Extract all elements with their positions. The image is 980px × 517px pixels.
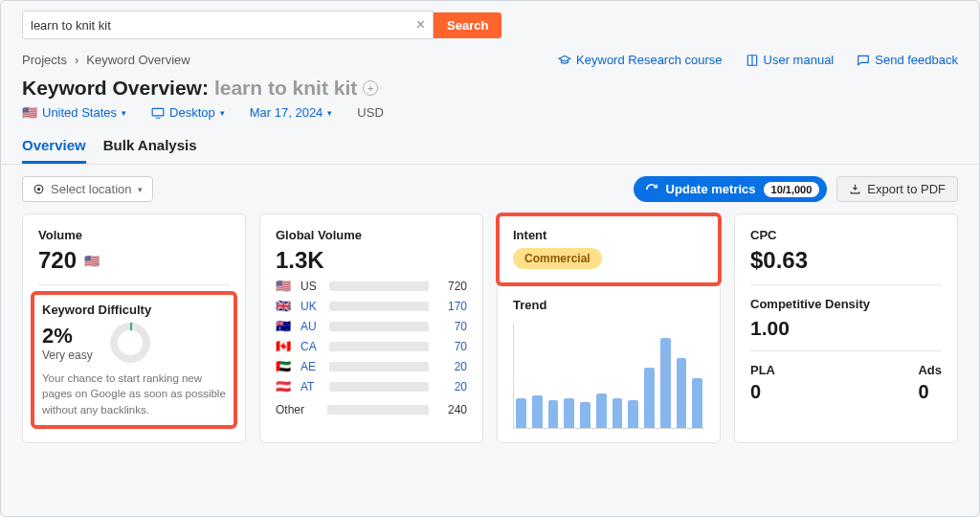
gv-cc: AU <box>301 320 322 333</box>
volume-value: 720 <box>38 248 77 273</box>
link-course[interactable]: Keyword Research course <box>558 53 722 67</box>
gv-bar <box>329 302 429 311</box>
gv-row[interactable]: 🇨🇦CA70 <box>276 339 467 353</box>
trend-chart <box>513 324 704 429</box>
link-feedback[interactable]: Send feedback <box>857 53 958 67</box>
kd-description: Your chance to start ranking new pages o… <box>42 371 226 416</box>
svg-rect-1 <box>152 108 164 116</box>
breadcrumb: Projects › Keyword Overview <box>22 53 190 67</box>
us-flag-icon: 🇺🇸 <box>22 105 37 120</box>
select-location[interactable]: Select location ▾ <box>22 176 153 202</box>
trend-bar <box>677 358 687 429</box>
update-count: 10/1,000 <box>764 182 820 197</box>
page-title-term: learn to knit kit <box>214 77 357 100</box>
gv-other-val: 240 <box>436 403 467 416</box>
search-input[interactable] <box>31 18 416 33</box>
breadcrumb-root[interactable]: Projects <box>22 53 67 67</box>
global-volume-total: 1.3K <box>276 248 467 273</box>
gv-cc: AT <box>301 380 322 393</box>
trend-bar <box>692 378 702 429</box>
gv-cc: AE <box>301 360 322 373</box>
search-bar: × Search <box>1 1 979 47</box>
tab-bulk-analysis[interactable]: Bulk Analysis <box>103 129 197 164</box>
page-title: Keyword Overview: learn to knit kit + <box>1 67 979 105</box>
cd-label: Competitive Density <box>750 297 942 311</box>
gv-val: 70 <box>436 340 467 353</box>
right-controls: Update metrics 10/1,000 Export to PDF <box>634 176 958 202</box>
tab-overview[interactable]: Overview <box>22 129 86 164</box>
refresh-icon <box>645 183 658 196</box>
kd-gauge-icon <box>110 323 150 363</box>
gv-other-label: Other <box>276 403 320 416</box>
gv-val: 20 <box>436 380 467 393</box>
search-input-wrap[interactable]: × <box>22 11 434 39</box>
filter-device[interactable]: Desktop ▾ <box>151 105 225 120</box>
card-intent-trend: Intent Commercial Trend <box>497 214 721 443</box>
trend-bar <box>612 398 623 429</box>
trend-bar <box>644 368 655 428</box>
volume-label: Volume <box>38 228 230 242</box>
gv-cc: UK <box>301 300 322 313</box>
divider <box>750 284 942 285</box>
chat-icon <box>857 54 870 67</box>
filter-date[interactable]: Mar 17, 2024 ▾ <box>250 105 333 120</box>
gv-row[interactable]: 🇬🇧UK170 <box>276 299 467 313</box>
trend-bar <box>516 398 526 429</box>
add-keyword-icon[interactable]: + <box>363 80 378 96</box>
gv-cc: US <box>301 280 322 293</box>
global-volume-label: Global Volume <box>276 228 467 242</box>
card-cpc: CPC $0.63 Competitive Density 1.00 PLA 0… <box>734 214 958 443</box>
global-volume-other: Other 240 <box>276 403 467 416</box>
trend-bar <box>532 395 543 428</box>
chevron-down-icon: ▾ <box>122 108 126 118</box>
gv-bar <box>329 342 429 351</box>
intent-value: Commercial <box>513 248 602 269</box>
gv-row[interactable]: 🇦🇹AT20 <box>276 379 467 393</box>
cd-value: 1.00 <box>750 317 942 339</box>
volume-flag-icon: 🇺🇸 <box>84 254 100 268</box>
pla-value: 0 <box>750 381 775 403</box>
card-global-volume: Global Volume 1.3K 🇺🇸US720🇬🇧UK170🇦🇺AU70🇨… <box>259 214 483 443</box>
chevron-right-icon: › <box>75 53 78 67</box>
export-icon <box>849 183 861 195</box>
flag-icon: 🇺🇸 <box>276 279 293 293</box>
ads-value: 0 <box>918 381 942 403</box>
header-links: Keyword Research course User manual Send… <box>558 53 958 67</box>
ads-label: Ads <box>918 363 942 377</box>
trend-bar <box>596 393 607 428</box>
search-button[interactable]: Search <box>434 12 501 38</box>
gv-bar <box>329 322 429 331</box>
tabs: Overview Bulk Analysis <box>1 129 979 165</box>
trend-bar <box>548 400 559 428</box>
clear-icon[interactable]: × <box>416 16 425 34</box>
chevron-down-icon: ▾ <box>220 108 225 118</box>
trend-bar <box>564 398 574 429</box>
book-icon <box>746 54 759 67</box>
link-manual[interactable]: User manual <box>746 53 835 67</box>
divider <box>750 350 942 351</box>
flag-icon: 🇬🇧 <box>276 299 293 313</box>
flag-icon: 🇦🇹 <box>276 379 293 393</box>
update-metrics-button[interactable]: Update metrics 10/1,000 <box>634 176 828 202</box>
gv-row[interactable]: 🇺🇸US720 <box>276 279 467 293</box>
flag-icon: 🇦🇺 <box>276 319 293 333</box>
page-title-label: Keyword Overview: <box>22 77 209 100</box>
gv-row[interactable]: 🇦🇪AE20 <box>276 359 467 373</box>
kd-rating: Very easy <box>42 348 93 362</box>
gv-val: 720 <box>436 280 467 293</box>
breadcrumb-current: Keyword Overview <box>86 53 189 67</box>
export-pdf-button[interactable]: Export to PDF <box>836 176 958 202</box>
graduation-cap-icon <box>558 54 571 67</box>
topbar: Projects › Keyword Overview Keyword Rese… <box>1 47 979 67</box>
gv-val: 20 <box>436 360 467 373</box>
cards: Volume 720 🇺🇸 Keyword Difficulty 2% Very… <box>1 214 979 459</box>
gv-val: 170 <box>436 300 467 313</box>
filter-currency: USD <box>357 105 383 120</box>
filter-country[interactable]: 🇺🇸 United States ▾ <box>22 105 126 120</box>
gv-row[interactable]: 🇦🇺AU70 <box>276 319 467 333</box>
pin-icon <box>33 183 45 195</box>
trend-label: Trend <box>513 298 704 312</box>
trend-bar <box>628 400 638 428</box>
cpc-value: $0.63 <box>750 248 942 273</box>
gv-cc: CA <box>301 340 322 353</box>
